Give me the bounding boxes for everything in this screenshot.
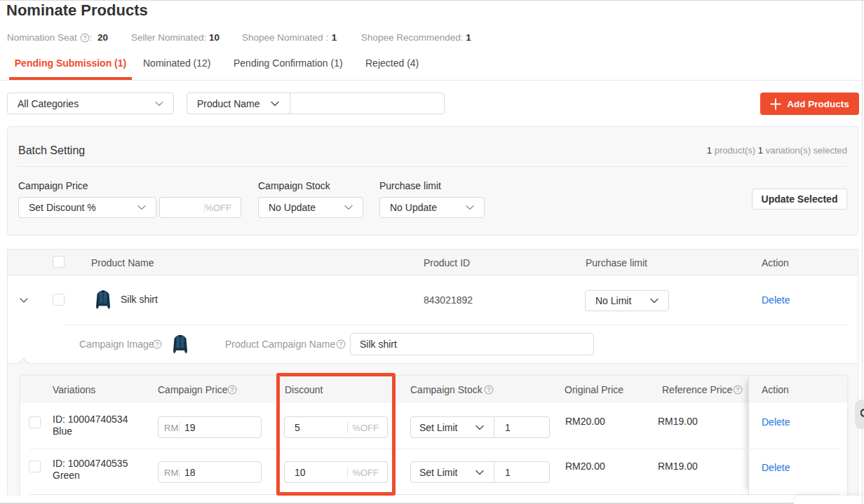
svg-text:?: ? xyxy=(155,340,158,348)
svg-text:?: ? xyxy=(487,386,490,393)
svg-text:?: ? xyxy=(736,386,739,393)
svg-text:?: ? xyxy=(230,386,234,393)
svg-text:?: ? xyxy=(339,340,342,348)
svg-text:?: ? xyxy=(83,34,86,41)
